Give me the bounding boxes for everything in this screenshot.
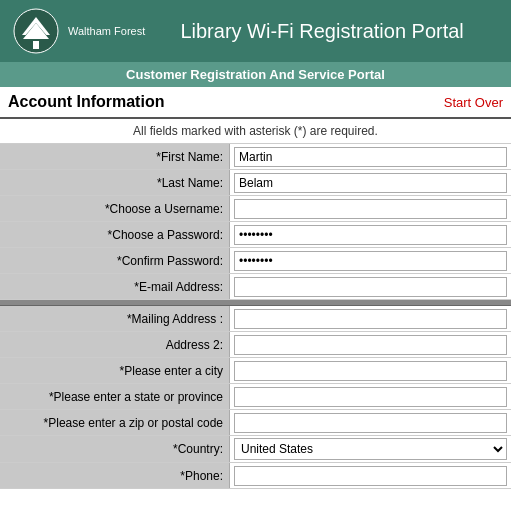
- form-row-username: *Choose a Username:: [0, 196, 511, 222]
- city-label: *Please enter a city: [0, 358, 230, 383]
- start-over-link[interactable]: Start Over: [444, 95, 503, 110]
- password-label: *Choose a Password:: [0, 222, 230, 247]
- header: Waltham Forest Library Wi-Fi Registratio…: [0, 0, 511, 62]
- mailing-address-input-cell: [230, 306, 511, 331]
- country-label: *Country:: [0, 436, 230, 462]
- mailing-address-label: *Mailing Address :: [0, 306, 230, 331]
- city-input-cell: [230, 358, 511, 383]
- account-bar: Account Information Start Over: [0, 87, 511, 119]
- form-row-address2: Address 2:: [0, 332, 511, 358]
- last-name-input[interactable]: [234, 173, 507, 193]
- confirm-password-label: *Confirm Password:: [0, 248, 230, 273]
- address2-input[interactable]: [234, 335, 507, 355]
- last-name-label: *Last Name:: [0, 170, 230, 195]
- mailing-address-input[interactable]: [234, 309, 507, 329]
- phone-input[interactable]: [234, 466, 507, 486]
- address2-label: Address 2:: [0, 332, 230, 357]
- form-row-state: *Please enter a state or province: [0, 384, 511, 410]
- form-row-phone: *Phone:: [0, 463, 511, 489]
- notice: All fields marked with asterisk (*) are …: [0, 119, 511, 144]
- confirm-password-input[interactable]: [234, 251, 507, 271]
- form-row-city: *Please enter a city: [0, 358, 511, 384]
- form-row-country: *Country: United States United Kingdom C…: [0, 436, 511, 463]
- logo-text: Waltham Forest: [68, 24, 145, 38]
- password-input-cell: [230, 222, 511, 247]
- form-row-confirm-password: *Confirm Password:: [0, 248, 511, 274]
- username-input[interactable]: [234, 199, 507, 219]
- last-name-input-cell: [230, 170, 511, 195]
- state-label: *Please enter a state or province: [0, 384, 230, 409]
- form-row-zip: *Please enter a zip or postal code: [0, 410, 511, 436]
- phone-label: *Phone:: [0, 463, 230, 488]
- address2-input-cell: [230, 332, 511, 357]
- logo-area: Waltham Forest: [12, 7, 145, 55]
- logo-icon: [12, 7, 60, 55]
- first-name-input[interactable]: [234, 147, 507, 167]
- sub-header: Customer Registration And Service Portal: [0, 62, 511, 87]
- form-section: *First Name: *Last Name: *Choose a Usern…: [0, 144, 511, 489]
- username-input-cell: [230, 196, 511, 221]
- password-input[interactable]: [234, 225, 507, 245]
- first-name-label: *First Name:: [0, 144, 230, 169]
- country-select[interactable]: United States United Kingdom Canada Aust…: [234, 438, 507, 460]
- form-row-email: *E-mail Address:: [0, 274, 511, 300]
- account-title: Account Information: [8, 93, 164, 111]
- zip-input-cell: [230, 410, 511, 435]
- email-input[interactable]: [234, 277, 507, 297]
- form-row-last-name: *Last Name:: [0, 170, 511, 196]
- country-input-cell: United States United Kingdom Canada Aust…: [230, 436, 511, 462]
- header-title: Library Wi-Fi Registration Portal: [145, 20, 499, 43]
- zip-label: *Please enter a zip or postal code: [0, 410, 230, 435]
- email-label: *E-mail Address:: [0, 274, 230, 299]
- phone-input-cell: [230, 463, 511, 488]
- username-label: *Choose a Username:: [0, 196, 230, 221]
- zip-input[interactable]: [234, 413, 507, 433]
- form-row-password: *Choose a Password:: [0, 222, 511, 248]
- city-input[interactable]: [234, 361, 507, 381]
- first-name-input-cell: [230, 144, 511, 169]
- state-input[interactable]: [234, 387, 507, 407]
- form-row-mailing-address: *Mailing Address :: [0, 306, 511, 332]
- confirm-password-input-cell: [230, 248, 511, 273]
- email-input-cell: [230, 274, 511, 299]
- svg-rect-1: [33, 41, 39, 49]
- state-input-cell: [230, 384, 511, 409]
- form-row-first-name: *First Name:: [0, 144, 511, 170]
